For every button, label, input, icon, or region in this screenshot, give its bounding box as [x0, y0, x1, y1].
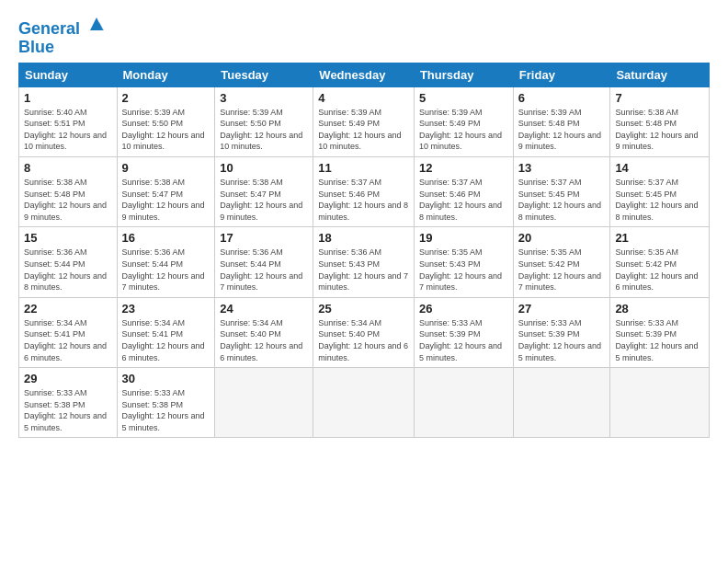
day-info: Sunrise: 5:37 AMSunset: 5:46 PMDaylight:… — [419, 177, 508, 223]
logo-text: General — [18, 20, 107, 39]
day-number: 19 — [419, 231, 508, 245]
calendar-cell: 14Sunrise: 5:37 AMSunset: 5:45 PMDayligh… — [610, 156, 710, 226]
calendar-cell: 2Sunrise: 5:39 AMSunset: 5:50 PMDaylight… — [117, 86, 215, 156]
day-number: 5 — [419, 91, 508, 105]
day-info: Sunrise: 5:33 AMSunset: 5:38 PMDaylight:… — [122, 387, 210, 433]
calendar-cell: 15Sunrise: 5:36 AMSunset: 5:44 PMDayligh… — [19, 227, 118, 297]
day-info: Sunrise: 5:38 AMSunset: 5:47 PMDaylight:… — [122, 177, 210, 223]
day-info: Sunrise: 5:33 AMSunset: 5:39 PMDaylight:… — [615, 317, 704, 363]
calendar-cell: 16Sunrise: 5:36 AMSunset: 5:44 PMDayligh… — [117, 227, 215, 297]
day-number: 29 — [24, 372, 112, 385]
day-info: Sunrise: 5:37 AMSunset: 5:46 PMDaylight:… — [318, 177, 409, 223]
day-info: Sunrise: 5:37 AMSunset: 5:45 PMDaylight:… — [518, 177, 606, 223]
day-number: 21 — [615, 231, 704, 245]
day-number: 24 — [220, 302, 308, 316]
day-info: Sunrise: 5:39 AMSunset: 5:49 PMDaylight:… — [318, 107, 409, 153]
day-number: 2 — [122, 91, 210, 105]
day-number: 15 — [24, 231, 112, 245]
day-number: 28 — [615, 302, 704, 316]
calendar-week-2: 8Sunrise: 5:38 AMSunset: 5:48 PMDaylight… — [19, 156, 710, 226]
calendar-cell: 5Sunrise: 5:39 AMSunset: 5:49 PMDaylight… — [414, 86, 513, 156]
day-number: 4 — [318, 91, 409, 105]
calendar-cell: 4Sunrise: 5:39 AMSunset: 5:49 PMDaylight… — [313, 86, 415, 156]
calendar-cell: 17Sunrise: 5:36 AMSunset: 5:44 PMDayligh… — [215, 227, 313, 297]
calendar-cell: 10Sunrise: 5:38 AMSunset: 5:47 PMDayligh… — [215, 156, 313, 226]
calendar-cell: 26Sunrise: 5:33 AMSunset: 5:39 PMDayligh… — [414, 297, 513, 367]
day-number: 6 — [518, 91, 606, 105]
day-number: 13 — [518, 161, 606, 175]
calendar-cell: 8Sunrise: 5:38 AMSunset: 5:48 PMDaylight… — [19, 156, 118, 226]
calendar-cell: 19Sunrise: 5:35 AMSunset: 5:43 PMDayligh… — [414, 227, 513, 297]
day-info: Sunrise: 5:34 AMSunset: 5:41 PMDaylight:… — [122, 317, 210, 363]
day-number: 23 — [122, 302, 210, 316]
logo-icon — [86, 14, 107, 34]
logo: General Blue — [18, 20, 107, 57]
day-info: Sunrise: 5:36 AMSunset: 5:44 PMDaylight:… — [122, 247, 210, 293]
calendar-cell — [610, 368, 710, 438]
day-info: Sunrise: 5:33 AMSunset: 5:39 PMDaylight:… — [419, 317, 508, 363]
calendar-cell: 20Sunrise: 5:35 AMSunset: 5:42 PMDayligh… — [513, 227, 610, 297]
calendar-table: SundayMondayTuesdayWednesdayThursdayFrid… — [18, 63, 710, 439]
day-number: 20 — [518, 231, 606, 245]
calendar-cell: 12Sunrise: 5:37 AMSunset: 5:46 PMDayligh… — [414, 156, 513, 226]
day-info: Sunrise: 5:33 AMSunset: 5:39 PMDaylight:… — [518, 317, 606, 363]
calendar-cell — [513, 368, 610, 438]
day-number: 16 — [122, 231, 210, 245]
calendar-week-1: 1Sunrise: 5:40 AMSunset: 5:51 PMDaylight… — [19, 86, 710, 156]
day-number: 22 — [24, 302, 112, 316]
day-number: 9 — [122, 161, 210, 175]
day-number: 12 — [419, 161, 508, 175]
weekday-header-sunday: Sunday — [19, 63, 118, 86]
day-number: 10 — [220, 161, 308, 175]
calendar-cell: 6Sunrise: 5:39 AMSunset: 5:48 PMDaylight… — [513, 86, 610, 156]
calendar-cell: 13Sunrise: 5:37 AMSunset: 5:45 PMDayligh… — [513, 156, 610, 226]
day-number: 17 — [220, 231, 308, 245]
calendar-cell — [215, 368, 313, 438]
day-number: 14 — [615, 161, 704, 175]
day-number: 8 — [24, 161, 112, 175]
day-info: Sunrise: 5:33 AMSunset: 5:38 PMDaylight:… — [24, 387, 112, 433]
day-info: Sunrise: 5:34 AMSunset: 5:40 PMDaylight:… — [220, 317, 308, 363]
calendar-cell: 7Sunrise: 5:38 AMSunset: 5:48 PMDaylight… — [610, 86, 710, 156]
calendar-week-5: 29Sunrise: 5:33 AMSunset: 5:38 PMDayligh… — [19, 368, 710, 438]
weekday-header-saturday: Saturday — [610, 63, 710, 86]
day-info: Sunrise: 5:34 AMSunset: 5:41 PMDaylight:… — [24, 317, 112, 363]
day-info: Sunrise: 5:35 AMSunset: 5:42 PMDaylight:… — [615, 247, 704, 293]
day-number: 27 — [518, 302, 606, 316]
calendar-cell: 29Sunrise: 5:33 AMSunset: 5:38 PMDayligh… — [19, 368, 118, 438]
day-info: Sunrise: 5:39 AMSunset: 5:48 PMDaylight:… — [518, 107, 606, 153]
logo-blue: Blue — [18, 39, 107, 57]
day-info: Sunrise: 5:37 AMSunset: 5:45 PMDaylight:… — [615, 177, 704, 223]
day-info: Sunrise: 5:35 AMSunset: 5:42 PMDaylight:… — [518, 247, 606, 293]
day-number: 26 — [419, 302, 508, 316]
weekday-header-thursday: Thursday — [414, 63, 513, 86]
calendar-cell: 3Sunrise: 5:39 AMSunset: 5:50 PMDaylight… — [215, 86, 313, 156]
day-number: 25 — [318, 302, 409, 316]
day-info: Sunrise: 5:38 AMSunset: 5:48 PMDaylight:… — [615, 107, 704, 153]
weekday-header-monday: Monday — [117, 63, 215, 86]
day-number: 18 — [318, 231, 409, 245]
weekday-header-friday: Friday — [513, 63, 610, 86]
weekday-header-wednesday: Wednesday — [313, 63, 415, 86]
day-number: 1 — [24, 91, 112, 105]
calendar-cell: 22Sunrise: 5:34 AMSunset: 5:41 PMDayligh… — [19, 297, 118, 367]
calendar-cell: 11Sunrise: 5:37 AMSunset: 5:46 PMDayligh… — [313, 156, 415, 226]
day-info: Sunrise: 5:35 AMSunset: 5:43 PMDaylight:… — [419, 247, 508, 293]
calendar-cell: 27Sunrise: 5:33 AMSunset: 5:39 PMDayligh… — [513, 297, 610, 367]
calendar-cell: 24Sunrise: 5:34 AMSunset: 5:40 PMDayligh… — [215, 297, 313, 367]
day-info: Sunrise: 5:36 AMSunset: 5:44 PMDaylight:… — [24, 247, 112, 293]
calendar-cell: 21Sunrise: 5:35 AMSunset: 5:42 PMDayligh… — [610, 227, 710, 297]
header: General Blue — [18, 17, 710, 57]
calendar-cell: 23Sunrise: 5:34 AMSunset: 5:41 PMDayligh… — [117, 297, 215, 367]
calendar-cell — [414, 368, 513, 438]
day-info: Sunrise: 5:39 AMSunset: 5:50 PMDaylight:… — [122, 107, 210, 153]
calendar-cell: 1Sunrise: 5:40 AMSunset: 5:51 PMDaylight… — [19, 86, 118, 156]
day-info: Sunrise: 5:38 AMSunset: 5:48 PMDaylight:… — [24, 177, 112, 223]
day-info: Sunrise: 5:38 AMSunset: 5:47 PMDaylight:… — [220, 177, 308, 223]
page: General Blue SundayMondayTuesdayWednesda… — [0, 0, 728, 447]
day-number: 3 — [220, 91, 308, 105]
day-info: Sunrise: 5:39 AMSunset: 5:49 PMDaylight:… — [419, 107, 508, 153]
calendar-cell: 9Sunrise: 5:38 AMSunset: 5:47 PMDaylight… — [117, 156, 215, 226]
calendar-cell — [313, 368, 415, 438]
weekday-header-tuesday: Tuesday — [215, 63, 313, 86]
